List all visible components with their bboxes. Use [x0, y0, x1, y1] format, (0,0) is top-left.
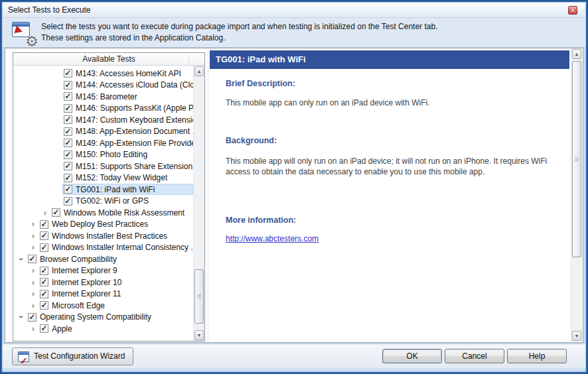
detail-scrollbar[interactable]: ▲ ▼	[571, 48, 582, 342]
tree-scrollbar-thumb[interactable]	[194, 269, 204, 324]
checkbox-checked-icon[interactable]: ✓	[64, 162, 72, 170]
test-configuration-wizard-button[interactable]: Test Configuration Wizard	[12, 347, 133, 365]
tree-item[interactable]: ✓TG001: iPad with WiFi	[13, 184, 193, 196]
checkbox-checked-icon[interactable]: ✓	[64, 81, 72, 90]
checkbox-checked-icon[interactable]: ✓	[40, 243, 48, 252]
tree-item[interactable]: ›✓Internet Explorer 11	[13, 288, 193, 300]
checkbox-checked-icon[interactable]: ✓	[64, 69, 72, 78]
checkbox-checked-icon[interactable]: ✓	[40, 301, 48, 310]
tree-item[interactable]: ›✓Microsoft Edge	[13, 300, 193, 312]
application-test-icon: ⚙	[11, 21, 37, 46]
detail-scrollbar-thumb[interactable]	[572, 61, 581, 257]
tree-item-label: Operating System Compatibility	[40, 312, 151, 322]
tree-item[interactable]: ✓TG002: WiFi or GPS	[13, 196, 193, 208]
tree-item-label: M152: Today View Widget	[76, 173, 167, 182]
detail-section: More information:http://www.abctesters.c…	[226, 216, 555, 244]
checkbox-checked-icon[interactable]: ✓	[64, 127, 72, 136]
tree-item[interactable]: ›✓Operating System Compatibility	[13, 312, 193, 324]
section-body: This mobile app will only run on an iPad…	[226, 156, 555, 177]
tree-item-label: Windows Installer Best Practices	[52, 231, 167, 241]
close-icon[interactable]: X	[568, 6, 577, 15]
description-text: Select the tests you want to execute dur…	[41, 21, 437, 44]
checkbox-checked-icon[interactable]: ✓	[40, 324, 48, 333]
checkbox-checked-icon[interactable]: ✓	[52, 208, 60, 217]
tree-item[interactable]: ›✓Windows Mobile Risk Assessment	[13, 207, 193, 219]
tree-item[interactable]: ✓M146: Supports PassKit (Apple P...	[13, 103, 193, 115]
tree-item[interactable]: ›✓Web Deploy Best Practices	[13, 219, 193, 231]
tree-item[interactable]: ›✓Apple	[13, 323, 193, 335]
expand-arrow-icon[interactable]: ›	[28, 219, 38, 229]
tree-column-header[interactable]: Available Tests	[13, 53, 204, 66]
checkbox-checked-icon[interactable]: ✓	[28, 313, 37, 322]
checkbox-checked-icon[interactable]: ✓	[64, 197, 72, 206]
checkbox-checked-icon[interactable]: ✓	[40, 231, 48, 240]
checkbox-checked-icon[interactable]: ✓	[40, 267, 48, 275]
checkbox-checked-icon[interactable]: ✓	[40, 220, 48, 229]
tree-item-label: TG002: WiFi or GPS	[76, 196, 149, 206]
tree-item[interactable]: ✓M152: Today View Widget	[13, 172, 193, 184]
checkbox-checked-icon[interactable]: ✓	[64, 139, 72, 147]
tree-item[interactable]: ›✓Browser Compatibility	[13, 253, 193, 265]
detail-sections: Brief Description:This mobile app can on…	[208, 79, 582, 244]
tree-item-label: Internet Explorer 9	[52, 266, 117, 275]
tree-item[interactable]: ›✓Windows Installer Best Practices	[13, 230, 193, 242]
tree-item[interactable]: ✓M143: Accesses HomeKit API	[13, 68, 193, 80]
tree-item[interactable]: ✓M151: Supports Share Extension	[13, 160, 193, 172]
tree-item[interactable]: ✓M148: App-Extension Document ...	[13, 126, 193, 138]
tree-item[interactable]: ✓M147: Custom Keyboard Extension	[13, 114, 193, 126]
scroll-down-icon[interactable]: ▼	[194, 330, 204, 340]
tree-item[interactable]: ✓M149: App-Extension File Provider	[13, 137, 193, 149]
expand-arrow-icon[interactable]: ›	[28, 266, 38, 275]
checkbox-checked-icon[interactable]: ✓	[64, 185, 72, 194]
wizard-checklist-icon	[18, 351, 29, 362]
tree-item[interactable]: ✓M150: Photo Editing	[13, 149, 193, 161]
tree-item-label: Internet Explorer 11	[52, 289, 121, 298]
expand-arrow-icon[interactable]: ›	[28, 278, 38, 287]
ok-button[interactable]: OK	[382, 349, 442, 363]
checkbox-checked-icon[interactable]: ✓	[64, 115, 72, 124]
tree-item-label: Internet Explorer 10	[52, 278, 121, 287]
section-heading: Background:	[226, 136, 555, 146]
description-line-1: Select the tests you want to execute dur…	[41, 21, 437, 32]
tree-item-label: M149: App-Extension File Provider	[76, 139, 193, 148]
collapse-arrow-icon[interactable]: ›	[17, 312, 26, 322]
section-heading: More information:	[226, 216, 555, 225]
checkbox-checked-icon[interactable]: ✓	[28, 255, 37, 263]
expand-arrow-icon[interactable]: ›	[28, 231, 38, 241]
expand-arrow-icon[interactable]: ›	[28, 324, 38, 334]
tree-item-label: M146: Supports PassKit (Apple P...	[76, 103, 193, 113]
tree-scrollbar[interactable]: ▲ ▼	[193, 66, 204, 341]
tree-item-label: Microsoft Edge	[52, 301, 105, 310]
scroll-up-icon[interactable]: ▲	[194, 66, 204, 76]
expand-arrow-icon[interactable]: ›	[28, 289, 38, 298]
tree-item[interactable]: ✓M144: Accesses iCloud Data (Clo...	[13, 80, 193, 92]
expand-arrow-icon[interactable]: ›	[40, 208, 50, 218]
cancel-button[interactable]: Cancel	[445, 349, 504, 363]
expand-arrow-icon[interactable]: ›	[28, 301, 38, 310]
scroll-up-icon[interactable]: ▲	[572, 49, 581, 59]
checkbox-checked-icon[interactable]: ✓	[40, 290, 48, 298]
test-detail-panel: TG001: iPad with WiFi Brief Description:…	[208, 48, 582, 342]
collapse-arrow-icon[interactable]: ›	[17, 254, 26, 265]
checkbox-checked-icon[interactable]: ✓	[64, 104, 72, 113]
checkbox-checked-icon[interactable]: ✓	[64, 92, 72, 101]
tree-item-label: M143: Accesses HomeKit API	[76, 69, 181, 78]
tree-item-label: M144: Accesses iCloud Data (Clo...	[76, 80, 193, 90]
main-content: Available Tests ✓M143: Accesses HomeKit …	[5, 48, 583, 343]
tree-item[interactable]: ›✓Windows Installer Internal Consistency…	[13, 242, 193, 254]
tree-item[interactable]: ✓M145: Barometer	[13, 91, 193, 103]
scroll-down-icon[interactable]: ▼	[572, 331, 581, 341]
tree-item[interactable]: ›✓Internet Explorer 9	[13, 265, 193, 277]
title-bar: Select Tests to Execute X	[3, 3, 585, 18]
expand-arrow-icon[interactable]: ›	[28, 243, 38, 252]
help-button[interactable]: Help	[507, 349, 567, 363]
checkbox-checked-icon[interactable]: ✓	[64, 151, 72, 159]
more-info-link[interactable]: http://www.abctesters.com	[226, 234, 319, 243]
tree-item[interactable]: ›✓Internet Explorer 10	[13, 277, 193, 288]
dialog-window: Select Tests to Execute X ⚙ Select the t…	[0, 0, 588, 374]
tree-item-label: M145: Barometer	[76, 92, 137, 101]
gear-icon: ⚙	[25, 34, 38, 49]
checkbox-checked-icon[interactable]: ✓	[64, 174, 72, 182]
checkbox-checked-icon[interactable]: ✓	[40, 278, 48, 286]
description-line-2: These settings are stored in the Applica…	[41, 32, 437, 44]
